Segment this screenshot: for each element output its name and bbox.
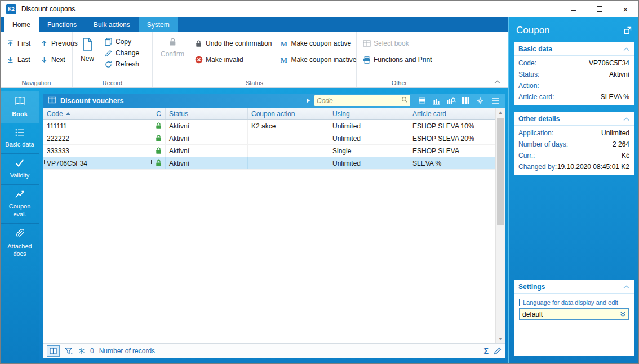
search-icon[interactable] — [401, 96, 408, 105]
functions-and-print-button[interactable]: Functions and Print — [361, 55, 438, 64]
column-header-using[interactable]: Using — [329, 108, 409, 119]
search-input[interactable] — [317, 97, 401, 105]
cell-coupon-action[interactable] — [248, 132, 329, 144]
scroll-up-arrow[interactable]: ▲ — [496, 108, 505, 117]
select-book-button[interactable]: Select book — [361, 39, 438, 48]
cell-status[interactable]: Aktivní — [166, 157, 248, 169]
vertical-scrollbar[interactable]: ▲ ▼ — [495, 108, 505, 343]
cell-article-card[interactable]: SLEVA % — [409, 157, 495, 169]
sidebar-item-coupon-eval[interactable]: Coupon eval. — [1, 185, 39, 224]
edit-pencil-icon[interactable] — [494, 347, 502, 355]
cell-coupon-action[interactable]: K2 akce — [248, 120, 329, 132]
cell-confirmed[interactable] — [152, 120, 166, 132]
cell-confirmed[interactable] — [152, 132, 166, 144]
group-label-status: Status — [153, 79, 356, 86]
column-header-coupon-action[interactable]: Coupon action — [248, 108, 329, 119]
maximize-icon — [597, 6, 602, 12]
app-window: K2 Discount coupons – × Home Functions B… — [0, 0, 639, 364]
collapse-ribbon-button[interactable] — [494, 80, 500, 84]
make-invalid-button[interactable]: Make invalid — [193, 55, 273, 64]
close-button[interactable]: × — [613, 1, 638, 17]
confirm-button[interactable]: Confirm — [157, 37, 188, 64]
cell-code[interactable]: 333333 — [43, 145, 152, 157]
cell-article-card[interactable]: ESHOP SLEVA 20% — [409, 132, 495, 144]
cell-article-card[interactable]: ESHOP SLEVA — [409, 145, 495, 157]
table-row[interactable]: 333333 Aktivní Single ESHOP SLEVA — [43, 145, 495, 157]
scroll-down-arrow[interactable]: ▼ — [496, 334, 505, 343]
expand-panel-icon[interactable] — [624, 26, 632, 34]
window-title: Discount coupons — [21, 5, 75, 13]
field-application: Application: Unlimited — [514, 127, 634, 139]
sidebar-item-validity[interactable]: Validity — [1, 154, 39, 185]
tab-home[interactable]: Home — [4, 17, 39, 32]
sum-icon[interactable]: Σ — [484, 347, 489, 356]
cell-status[interactable]: Aktivní — [166, 132, 248, 144]
cell-code[interactable]: VP706C5F34 — [43, 157, 152, 169]
field-currency: Curr.: Kč — [514, 150, 634, 161]
titlebar: K2 Discount coupons – × — [1, 1, 638, 17]
minimize-button[interactable]: – — [561, 1, 587, 17]
cell-status[interactable]: Aktivní — [166, 145, 248, 157]
make-coupon-inactive-button[interactable]: M Make coupon inactive — [278, 55, 358, 64]
table-row[interactable]: 111111 Aktivní K2 akce Unlimited ESHOP S… — [43, 120, 495, 132]
column-header-c[interactable]: C — [152, 108, 166, 119]
tab-functions[interactable]: Functions — [39, 17, 85, 32]
columns-icon[interactable] — [460, 96, 471, 105]
cell-coupon-action[interactable] — [248, 145, 329, 157]
table-row-selected[interactable]: VP706C5F34 Aktivní Unlimited SLEVA % — [43, 157, 495, 170]
browse-grid-toggle[interactable] — [47, 345, 60, 357]
tab-bulk-actions[interactable]: Bulk actions — [85, 17, 139, 32]
new-document-icon — [82, 38, 93, 52]
refresh-button[interactable]: Refresh — [103, 60, 141, 69]
cell-using[interactable]: Unlimited — [329, 157, 409, 169]
section-header-other-details[interactable]: Other details — [514, 112, 634, 126]
scrollbar-thumb[interactable] — [497, 118, 504, 225]
make-coupon-active-button[interactable]: M Make coupon active — [278, 39, 358, 48]
table-row[interactable]: 222222 Aktivní Unlimited ESHOP SLEVA 20% — [43, 132, 495, 145]
filter-icon[interactable] — [65, 348, 73, 354]
menu-icon[interactable] — [490, 96, 500, 105]
cell-coupon-action[interactable] — [248, 157, 329, 169]
tab-system[interactable]: System — [139, 17, 178, 32]
first-button[interactable]: First — [5, 39, 38, 48]
chart-line-icon — [15, 190, 25, 201]
language-select[interactable]: default — [519, 308, 629, 320]
cell-using[interactable]: Single — [329, 145, 409, 157]
cell-confirmed[interactable] — [152, 145, 166, 157]
sidebar-item-attached-docs[interactable]: Attached docs — [1, 224, 39, 263]
cell-status[interactable]: Aktivní — [166, 120, 248, 132]
section-other-details: Other details Application: Unlimited Num… — [514, 112, 634, 175]
undo-confirmation-button[interactable]: Undo the confirmation — [193, 39, 273, 48]
settings-gear-icon[interactable] — [475, 96, 486, 105]
cell-code[interactable]: 111111 — [43, 120, 152, 132]
copy-button[interactable]: Copy — [103, 37, 141, 46]
chart-icon[interactable] — [431, 96, 442, 105]
column-header-status[interactable]: Status — [166, 108, 248, 119]
cell-using[interactable]: Unlimited — [329, 132, 409, 144]
column-header-article-card[interactable]: Article card — [409, 108, 495, 119]
snowflake-icon[interactable] — [78, 347, 85, 354]
lock-icon — [156, 159, 162, 167]
sidebar-item-basic-data[interactable]: Basic data — [1, 123, 39, 154]
new-button[interactable]: New — [77, 37, 98, 69]
section-header-settings[interactable]: Settings — [514, 280, 634, 294]
cell-article-card[interactable]: ESHOP SLEVA 10% — [409, 120, 495, 132]
caret-right-icon[interactable] — [307, 97, 310, 105]
cell-code[interactable]: 222222 — [43, 132, 152, 144]
print-icon[interactable] — [416, 96, 427, 105]
change-button[interactable]: Change — [103, 48, 141, 57]
dropdown-icon[interactable] — [618, 309, 628, 319]
cell-confirmed[interactable] — [152, 157, 166, 169]
chart-analysis-icon[interactable] — [446, 96, 456, 105]
maximize-button[interactable] — [587, 1, 613, 17]
section-header-basic-data[interactable]: Basic data — [514, 42, 634, 56]
sidebar-item-book[interactable]: Book — [1, 91, 39, 123]
cell-using[interactable]: Unlimited — [329, 120, 409, 132]
detail-panel: Coupon Basic data Code: VP706C5F34 Statu… — [508, 17, 638, 363]
refresh-icon — [104, 61, 113, 68]
ribbon-group-other: Select book Functions and Print Other — [357, 32, 442, 87]
last-button[interactable]: Last — [5, 55, 38, 64]
column-header-code[interactable]: Code — [43, 108, 152, 119]
m-icon: M — [279, 56, 288, 64]
field-article-card: Article card: SLEVA % — [514, 91, 634, 103]
